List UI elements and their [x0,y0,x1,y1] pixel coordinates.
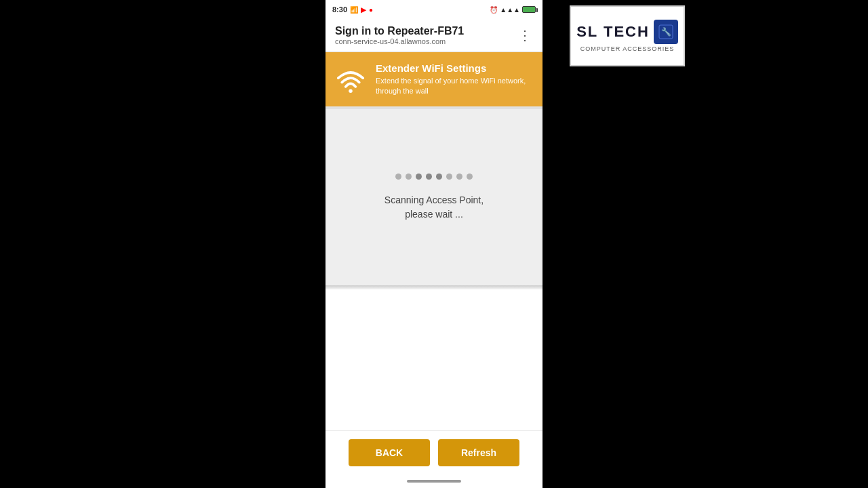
logo-brand-text: SL TECH [576,23,650,41]
svg-text:🔧: 🔧 [660,26,671,37]
dot-4 [426,174,432,180]
dot-6 [446,174,452,180]
dot-2 [406,174,412,180]
wifi-status-icon: 📶 [350,6,358,14]
page-title: Sign in to Repeater-FB71 [335,25,464,37]
dot-1 [395,174,401,180]
page-subtitle: conn-service-us-04.allawnos.com [335,37,464,45]
logo-icon: 🔧 [654,20,678,44]
dot-8 [467,174,473,180]
title-area: Sign in to Repeater-FB71 conn-service-us… [335,25,464,45]
extender-banner: Extender WiFi Settings Extend the signal… [326,52,542,106]
status-bar: 8:30 📶 ▶ ● ⏰ ▲▲▲ [326,0,542,19]
content-area [326,289,542,430]
banner-title: Extender WiFi Settings [376,62,526,74]
alarm-icon: ⏰ [490,6,498,14]
dot-5 [436,174,442,180]
banner-text: Extender WiFi Settings Extend the signal… [376,62,526,97]
top-bar: Sign in to Repeater-FB71 conn-service-us… [326,19,542,52]
back-button[interactable]: BACK [349,439,430,466]
nav-indicator-bar [407,480,461,483]
dot-7 [456,174,462,180]
progress-dots [395,174,473,180]
dot-3 [416,174,422,180]
logo-tagline: Computer Accessories [580,45,675,52]
phone-frame: 8:30 📶 ▶ ● ⏰ ▲▲▲ Sign in to Repeater-FB7… [326,0,542,488]
bottom-buttons: BACK Refresh [326,430,542,474]
signal-bars: ▲▲▲ [500,6,520,14]
notification-icon: ● [369,6,373,14]
scanning-message: Scanning Access Point, please wait ... [384,193,484,222]
banner-description: Extend the signal of your home WiFi netw… [376,76,526,97]
bottom-indicator [326,474,542,488]
battery-icon [522,6,536,13]
sl-tech-logo: SL TECH 🔧 Computer Accessories [570,5,685,66]
scanning-area: Scanning Access Point, please wait ... [326,109,542,285]
refresh-button[interactable]: Refresh [438,439,519,466]
wifi-icon-container [334,66,368,93]
overflow-menu-button[interactable]: ⋮ [515,24,534,46]
youtube-icon: ▶ [361,6,366,14]
wifi-banner-icon [335,66,366,93]
svg-point-2 [349,89,352,93]
time-display: 8:30 [332,5,347,14]
